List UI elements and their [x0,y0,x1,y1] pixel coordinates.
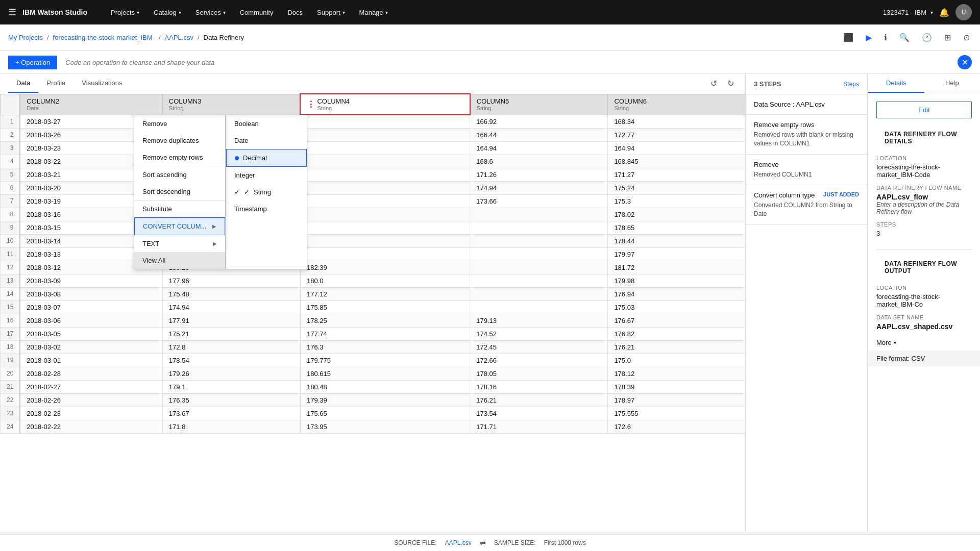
data-tabs-bar: Data Profile Visualizations ↺ ↻ [0,74,745,93]
row-number: 1 [1,115,20,128]
data-table-wrapper[interactable]: COLUMN2 Date COLUMN3 String ⋮ [0,93,745,532]
cell-column4: 175.65 [300,407,470,420]
details-divider [876,249,972,250]
ctx-view-all[interactable]: View All [134,252,225,269]
table-row: 18 2018-03-02 172.8 176.3 172.45 176.21 [1,340,745,354]
steps-button[interactable]: Steps [843,81,859,88]
cell-column4 [300,208,470,221]
run-icon[interactable]: ▶ [864,31,874,44]
table-row: 8 2018-03-16 178.65 178.02 [1,208,745,221]
col-name: COLUMN4 [317,97,350,105]
ctx-remove-duplicates[interactable]: Remove duplicates [134,132,225,149]
ctx-remove-empty-rows[interactable]: Remove empty rows [134,149,225,166]
col-header-column2[interactable]: COLUMN2 Date [20,94,162,115]
nav-item-community[interactable]: Community [233,0,281,24]
cell-column2: 2018-02-27 [20,380,162,393]
cell-column5: 168.6 [470,155,608,168]
steps-count-label: 3 STEPS [754,80,781,88]
cell-column6: 175.24 [608,181,745,194]
file-format-label: File format: CSV [876,355,925,362]
sub-integer[interactable]: Integer [226,167,307,184]
sub-decimal[interactable]: Decimal [226,149,307,167]
col-name: COLUMN2 [27,97,156,105]
breadcrumb-file[interactable]: AAPL.csv [165,34,193,41]
col-menu-icon[interactable]: ⋮ [307,99,315,109]
cell-column6: 164.94 [608,141,745,155]
schedule-icon[interactable]: 🕐 [920,31,934,44]
breadcrumb-my-projects[interactable]: My Projects [8,34,43,41]
user-name: 1323471 - IBM [883,9,926,16]
ctx-substitute[interactable]: Substitute [134,200,225,217]
notifications-icon[interactable]: 🔔 [937,6,951,19]
refresh-icon[interactable]: ↺ [707,76,720,91]
user-avatar[interactable]: U [955,4,972,20]
search-icon[interactable]: 🔍 [897,31,912,44]
col-header-column5[interactable]: COLUMN5 String [470,94,608,115]
main-layout: Data Profile Visualizations ↺ ↻ COLUMN2 [0,74,980,532]
cell-column4 [300,194,470,208]
settings-icon[interactable]: ⊙ [961,31,972,44]
row-number: 11 [1,247,20,261]
cell-column4: 180.0 [300,274,470,287]
tab-data[interactable]: Data [8,74,38,93]
grid-icon[interactable]: ⊞ [942,31,953,44]
ctx-remove[interactable]: Remove [134,115,225,132]
cell-column5: 172.45 [470,340,608,354]
cell-column5: 178.16 [470,380,608,393]
cell-column5 [470,234,608,247]
cell-column5: 173.54 [470,407,608,420]
table-row: 23 2018-02-23 173.67 175.65 173.54 175.5… [1,407,745,420]
sub-boolean[interactable]: Boolean [226,115,307,132]
tab-help[interactable]: Help [924,74,981,93]
user-dropdown-icon[interactable]: ▾ [930,10,933,15]
cell-column5 [470,261,608,274]
row-number: 9 [1,221,20,234]
sub-timestamp[interactable]: Timestamp [226,201,307,217]
more-link[interactable]: More ▾ [868,337,980,348]
ctx-convert-column[interactable]: CONVERT COLUM... ▶ [134,217,225,235]
save-icon[interactable]: ⬛ [841,31,855,44]
cell-column4 [300,247,470,261]
table-row: 9 2018-03-15 178.5 178.65 [1,221,745,234]
cell-column2: 2018-03-09 [20,274,162,287]
tab-visualizations[interactable]: Visualizations [74,74,130,93]
context-menu: Remove Remove duplicates Remove empty ro… [134,115,226,269]
col-header-column3[interactable]: COLUMN3 String [162,94,300,115]
cell-column5: 179.13 [470,314,608,327]
nav-item-services[interactable]: Services ▾ [188,0,233,24]
hamburger-menu-icon[interactable]: ☰ [8,7,16,18]
cell-column5 [470,247,608,261]
edit-button[interactable]: Edit [876,102,972,118]
ctx-sort-descending[interactable]: Sort descending [134,183,225,200]
row-number: 19 [1,354,20,367]
table-row: 16 2018-03-06 177.91 178.25 179.13 176.6… [1,314,745,327]
nav-item-catalog[interactable]: Catalog ▾ [146,0,188,24]
tab-details[interactable]: Details [868,74,924,93]
cell-column3: 175.21 [162,327,300,340]
cell-column4: 179.39 [300,393,470,407]
sub-string[interactable]: ✓ String [226,184,307,201]
row-number: 10 [1,234,20,247]
breadcrumb-project[interactable]: forecasting-the-stock-market_IBM- [53,34,155,41]
nav-item-manage[interactable]: Manage ▾ [352,0,395,24]
row-number: 2 [1,128,20,141]
nav-item-docs[interactable]: Docs [280,0,310,24]
sub-date[interactable]: Date [226,132,307,149]
ctx-text[interactable]: TEXT ▶ [134,235,225,252]
col-header-column4[interactable]: ⋮ COLUMN4 String [300,94,470,115]
table-row: 1 2018-03-27 173.68 166.92 168.34 [1,115,745,128]
table-row: 20 2018-02-28 179.26 180.615 178.05 178.… [1,367,745,380]
ctx-sort-ascending[interactable]: Sort ascending [134,166,225,183]
cell-column6: 181.72 [608,261,745,274]
operation-button[interactable]: + Operation [8,56,57,69]
nav-item-projects[interactable]: Projects ▾ [104,0,146,24]
tab-profile[interactable]: Profile [38,74,74,93]
cell-column3: 175.48 [162,287,300,300]
cell-column3: 176.35 [162,393,300,407]
col-header-column6[interactable]: COLUMN6 String [608,94,745,115]
info-icon[interactable]: ℹ [882,31,889,44]
redo-icon[interactable]: ↻ [724,76,737,91]
close-button[interactable]: ✕ [958,55,972,69]
nav-item-support[interactable]: Support ▾ [310,0,352,24]
breadcrumb-sep-2: / [159,34,161,41]
